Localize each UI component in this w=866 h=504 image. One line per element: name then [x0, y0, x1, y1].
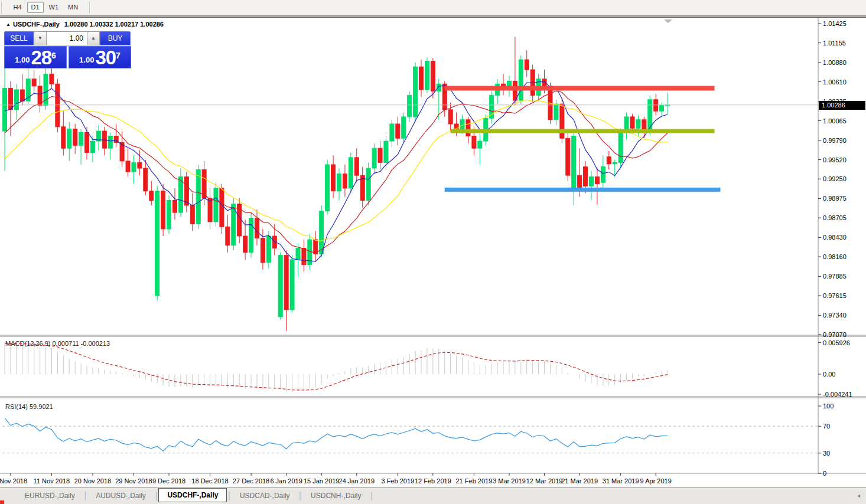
- svg-text:0.98160: 0.98160: [823, 253, 847, 260]
- rsi-indicator-label: RSI(14) 59.9021: [5, 403, 53, 410]
- toolbar-separator: [89, 2, 90, 14]
- sell-button[interactable]: SELL: [4, 31, 34, 45]
- svg-text:-0.004241: -0.004241: [823, 391, 852, 398]
- svg-text:27 Dec 2018: 27 Dec 2018: [233, 477, 269, 485]
- svg-text:100: 100: [823, 402, 834, 410]
- svg-text:21 Feb 2019: 21 Feb 2019: [456, 477, 493, 485]
- tab-eurusd[interactable]: EURUSD-,Daily: [17, 490, 83, 502]
- buy-price-panel[interactable]: 1.00 30 7: [69, 46, 131, 68]
- level-resistance-line[interactable]: [445, 86, 715, 91]
- svg-text:0.98975: 0.98975: [823, 195, 847, 202]
- chart-symbol-label: USDCHF-,Daily: [13, 21, 60, 28]
- svg-text:15 Jan 2019: 15 Jan 2019: [304, 477, 340, 485]
- volume-input[interactable]: [47, 31, 87, 45]
- tab-usdcnh[interactable]: USDCNH-,Daily: [302, 490, 369, 502]
- svg-text:1.00880: 1.00880: [823, 59, 847, 66]
- svg-text:0.005926: 0.005926: [823, 339, 850, 346]
- svg-text:11 Nov 2018: 11 Nov 2018: [34, 477, 70, 485]
- tab-separator: │: [369, 492, 374, 500]
- svg-text:29 Nov 2018: 29 Nov 2018: [115, 477, 152, 485]
- collapse-triangle-icon[interactable]: ▲: [6, 22, 11, 27]
- tab-scroll-left-icon[interactable]: ◄: [856, 493, 861, 499]
- price-chart[interactable]: 1.014251.011551.008801.006101.003351.000…: [0, 18, 866, 489]
- svg-text:0.99250: 0.99250: [823, 175, 847, 182]
- macd-histogram: [5, 342, 668, 393]
- svg-text:12 Feb 2019: 12 Feb 2019: [415, 477, 451, 485]
- svg-text:1.01155: 1.01155: [823, 40, 846, 47]
- svg-text:6 Jan 2019: 6 Jan 2019: [270, 477, 302, 485]
- mt4-application: H4D1W1MN 1.014251.011551.008801.006101.0…: [0, 0, 866, 504]
- macd-signal-line: [5, 343, 668, 390]
- svg-text:3 Mar 2019: 3 Mar 2019: [493, 477, 526, 485]
- svg-text:0.98705: 0.98705: [823, 214, 847, 221]
- svg-text:0.97340: 0.97340: [823, 312, 847, 319]
- tab-usdcad[interactable]: USDCAD-,Daily: [232, 490, 298, 502]
- timeframe-button-mn[interactable]: MN: [64, 2, 82, 13]
- tab-separator: │: [298, 492, 303, 500]
- sell-price-prefix: 1.00: [15, 54, 30, 67]
- rsi-line: [5, 418, 668, 451]
- svg-text:20 Nov 2018: 20 Nov 2018: [74, 477, 111, 485]
- svg-text:21 Mar 2019: 21 Mar 2019: [561, 477, 598, 485]
- svg-text:0.97615: 0.97615: [823, 292, 847, 299]
- svg-text:1.00610: 1.00610: [823, 78, 847, 86]
- price-axis: 1.014251.011551.008801.006101.003351.000…: [818, 20, 852, 477]
- volume-decrease-button[interactable]: ▼: [34, 31, 47, 45]
- svg-text:70: 70: [823, 423, 830, 430]
- current-price-tag: 1.00286: [819, 101, 865, 110]
- volume-increase-button[interactable]: ▲: [87, 31, 100, 45]
- toolbar-grip: [1, 2, 2, 14]
- timeframe-button-d1[interactable]: D1: [27, 2, 44, 13]
- tab-separator: │: [227, 492, 232, 500]
- alert-marker: [0, 500, 4, 504]
- svg-text:1.00065: 1.00065: [823, 117, 847, 125]
- sell-price-point: 6: [51, 53, 56, 58]
- tab-separator: │: [154, 492, 159, 500]
- chart-window: 1.014251.011551.008801.006101.003351.000…: [0, 17, 866, 487]
- level-pivot-line[interactable]: [451, 129, 715, 133]
- svg-text:9 Dec 2018: 9 Dec 2018: [152, 477, 185, 485]
- svg-text:0.97885: 0.97885: [823, 273, 847, 280]
- sell-price-pips: 28: [31, 49, 51, 67]
- buy-price-prefix: 1.00: [79, 54, 94, 67]
- chart-tabs: EURUSD-,Daily│AUDUSD-,Daily│USDCHF-,Dail…: [17, 490, 374, 504]
- svg-text:1 Nov 2018: 1 Nov 2018: [0, 477, 27, 485]
- timeframe-buttons: H4D1W1MN: [8, 0, 83, 10]
- ohlc-readout: 1.00280 1.00332 1.00217 1.00286: [64, 21, 164, 28]
- tab-usdchf[interactable]: USDCHF-,Daily: [158, 488, 227, 502]
- chart-title: ▲USDCHF-,Daily1.00280 1.00332 1.00217 1.…: [6, 21, 164, 28]
- svg-text:3 Feb 2019: 3 Feb 2019: [381, 477, 414, 485]
- sell-price-panel[interactable]: 1.00 28 6: [4, 46, 67, 68]
- macd-indicator-label: MACD(12,26,9) 0.000711 -0.000213: [5, 340, 110, 347]
- chart-tab-bar: EURUSD-,Daily│AUDUSD-,Daily│USDCHF-,Dail…: [0, 487, 866, 504]
- buy-button[interactable]: BUY: [100, 31, 131, 45]
- candles-group: [3, 37, 670, 331]
- timeframe-button-h4[interactable]: H4: [9, 2, 25, 13]
- svg-text:0.00: 0.00: [823, 371, 835, 378]
- svg-text:31 Mar 2019: 31 Mar 2019: [603, 477, 639, 485]
- svg-text:0.98430: 0.98430: [823, 234, 847, 241]
- svg-text:9 Apr 2019: 9 Apr 2019: [640, 477, 672, 485]
- svg-text:1.01425: 1.01425: [823, 20, 847, 27]
- chart-shift-marker-icon[interactable]: [664, 19, 672, 23]
- tab-separator: │: [83, 492, 88, 500]
- timeframe-button-w1[interactable]: W1: [45, 2, 63, 13]
- date-axis: 1 Nov 201811 Nov 201820 Nov 201829 Nov 2…: [0, 473, 672, 485]
- one-click-trading-widget: SELL ▼ ▲ BUY 1.00 28 6 1.00 30 7: [4, 31, 133, 68]
- svg-text:0.99520: 0.99520: [823, 156, 847, 163]
- svg-text:24 Jan 2019: 24 Jan 2019: [339, 477, 375, 485]
- tab-audusd[interactable]: AUDUSD-,Daily: [87, 490, 154, 502]
- svg-text:18 Dec 2018: 18 Dec 2018: [191, 477, 228, 485]
- level-support-line[interactable]: [445, 188, 721, 192]
- timeframe-toolbar: H4D1W1MN: [0, 0, 866, 16]
- svg-text:0: 0: [823, 470, 826, 477]
- svg-text:0.99790: 0.99790: [823, 137, 847, 144]
- svg-text:0.97070: 0.97070: [823, 331, 847, 338]
- svg-text:12 Mar 2019: 12 Mar 2019: [526, 477, 563, 485]
- buy-price-pips: 30: [95, 49, 116, 67]
- buy-price-point: 7: [116, 53, 121, 58]
- svg-text:30: 30: [823, 450, 830, 457]
